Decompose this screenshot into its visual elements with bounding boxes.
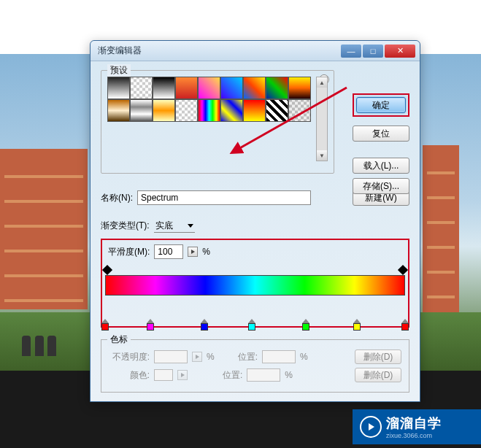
stops-fieldset: 色标 不透明度: % 位置: % 删除(D) 颜色: 位置: % xyxy=(101,339,409,393)
position2-input xyxy=(247,368,280,382)
color-stop[interactable] xyxy=(145,319,155,332)
presets-legend: 预设 xyxy=(107,64,131,77)
scroll-track[interactable] xyxy=(317,88,327,150)
color-stop[interactable] xyxy=(352,319,362,332)
opacity-input xyxy=(154,350,188,363)
save-button[interactable]: 存储(S)... xyxy=(353,178,409,194)
color-label: 颜色: xyxy=(109,369,150,382)
gradient-type-label: 渐变类型(T): xyxy=(101,220,150,232)
play-icon xyxy=(360,416,382,438)
color-stop[interactable] xyxy=(199,319,209,332)
smoothness-label: 平滑度(M): xyxy=(108,246,150,258)
titlebar[interactable]: 渐变编辑器 — □ ✕ xyxy=(91,41,420,61)
color-flyout-icon xyxy=(177,370,188,380)
position2-label: 位置: xyxy=(223,369,242,382)
preset-scrollbar[interactable]: ▲ ▼ xyxy=(316,77,328,161)
preset-swatch[interactable] xyxy=(266,77,288,99)
preset-swatch[interactable] xyxy=(288,99,311,122)
smoothness-input[interactable] xyxy=(154,244,183,259)
preset-swatch[interactable] xyxy=(107,77,130,99)
preset-swatch[interactable] xyxy=(220,99,243,122)
opacity-stop-left[interactable] xyxy=(102,265,112,275)
chevron-down-icon xyxy=(188,224,193,228)
preset-swatch[interactable] xyxy=(175,77,198,99)
delete-color-stop-button: 删除(D) xyxy=(355,368,401,382)
preset-swatch[interactable] xyxy=(243,99,266,122)
building-right xyxy=(423,145,459,313)
preset-swatch[interactable] xyxy=(130,77,153,99)
preset-swatch[interactable] xyxy=(198,99,220,122)
delete-opacity-stop-button: 删除(D) xyxy=(355,349,401,364)
close-button[interactable]: ✕ xyxy=(385,45,415,58)
building-left xyxy=(0,149,88,309)
preset-swatch[interactable] xyxy=(175,99,198,122)
preset-row-1 xyxy=(107,77,313,99)
gradient-type-row: 渐变类型(T): 实底 xyxy=(101,219,409,233)
reset-button[interactable]: 复位 xyxy=(353,125,409,142)
color-well xyxy=(154,369,173,381)
people-silhouette xyxy=(22,336,31,356)
button-column: 确定 复位 载入(L)... 存储(S)... xyxy=(353,93,409,194)
gradient-type-dropdown[interactable]: 实底 xyxy=(154,219,195,233)
watermark-sub: zixue.3066.com xyxy=(386,432,442,439)
opacity-stop-right[interactable] xyxy=(398,265,408,275)
color-stop[interactable] xyxy=(247,319,257,332)
watermark-logo: 溜溜自学 zixue.3066.com xyxy=(353,409,481,444)
color-stop[interactable] xyxy=(400,319,410,332)
percent-label: % xyxy=(207,352,215,362)
percent-label: % xyxy=(202,247,210,257)
maximize-button[interactable]: □ xyxy=(363,45,383,58)
gradient-bar-wrap xyxy=(105,275,405,319)
name-input[interactable] xyxy=(137,190,311,205)
preset-swatch[interactable] xyxy=(107,99,130,122)
opacity-label: 不透明度: xyxy=(109,351,150,363)
presets-fieldset: 预设 ▶ xyxy=(101,70,334,174)
percent-label: % xyxy=(285,370,293,380)
smoothness-flyout-icon[interactable] xyxy=(188,247,198,257)
scroll-down-icon[interactable]: ▼ xyxy=(317,150,327,161)
load-button[interactable]: 载入(L)... xyxy=(353,158,409,174)
preset-swatch[interactable] xyxy=(266,99,288,122)
gradient-bar[interactable] xyxy=(105,275,405,296)
window-title: 渐变编辑器 xyxy=(98,45,339,57)
preset-swatch[interactable] xyxy=(243,77,266,99)
presets-area: ▲ ▼ xyxy=(107,77,328,161)
ok-button[interactable]: 确定 xyxy=(356,97,406,113)
percent-label: % xyxy=(300,352,308,362)
position-label: 位置: xyxy=(238,351,258,363)
preset-swatch[interactable] xyxy=(153,99,175,122)
stops-legend: 色标 xyxy=(107,333,131,346)
minimize-button[interactable]: — xyxy=(341,45,361,58)
ok-highlight-box: 确定 xyxy=(353,93,409,117)
preset-swatch[interactable] xyxy=(198,77,220,99)
opacity-stop-row: 不透明度: % 位置: % 删除(D) xyxy=(109,349,401,364)
color-stop-row: 颜色: 位置: % 删除(D) xyxy=(109,368,401,382)
gradient-editor-dialog: 渐变编辑器 — □ ✕ 确定 复位 载入(L)... 存储(S)... 预设 ▶ xyxy=(90,40,420,402)
preset-swatch[interactable] xyxy=(130,99,153,122)
preset-swatch[interactable] xyxy=(288,77,311,99)
watermark-text: 溜溜自学 xyxy=(386,414,442,432)
smoothness-row: 平滑度(M): % xyxy=(108,244,405,259)
color-stop[interactable] xyxy=(301,319,311,332)
position-input xyxy=(262,350,296,363)
scroll-up-icon[interactable]: ▲ xyxy=(317,77,327,88)
dialog-content: 确定 复位 载入(L)... 存储(S)... 预设 ▶ xyxy=(91,61,420,400)
gradient-type-value: 实底 xyxy=(155,220,173,232)
gradient-highlight-box: 平滑度(M): % xyxy=(101,239,409,328)
color-stop[interactable] xyxy=(100,319,110,332)
opacity-flyout-icon xyxy=(192,352,202,362)
name-label: 名称(N): xyxy=(101,192,133,204)
preset-swatch[interactable] xyxy=(220,77,243,99)
preset-row-2 xyxy=(107,99,313,122)
preset-swatch[interactable] xyxy=(153,77,175,99)
